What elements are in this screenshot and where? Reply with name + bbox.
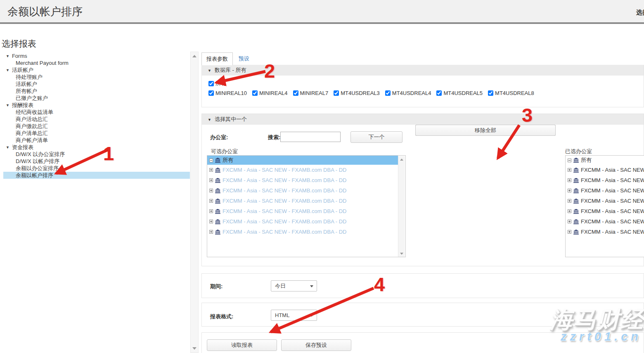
database-checkbox[interactable]: [293, 90, 298, 96]
expand-icon[interactable]: [568, 230, 571, 234]
tree-item-label: 所有帐户: [16, 88, 37, 94]
building-icon: [215, 209, 220, 214]
tab-report-params[interactable]: 报表参数: [201, 52, 233, 65]
office-list-item[interactable]: FXCMM - Asia - SAC NEW - FXAMB.com DBA -…: [207, 165, 398, 175]
office-item-label[interactable]: FXCMM - Asia - SAC NEW - FXAMB.com DBA -…: [223, 167, 346, 173]
tree-item[interactable]: ▼Forms: [3, 52, 190, 59]
office-list-item[interactable]: FXCMM - Asia - SAC NEW - FXAMB.com DBA -…: [566, 196, 644, 206]
all-databases-checkbox[interactable]: [208, 81, 214, 86]
tree-item[interactable]: ▼商户清单总汇: [3, 130, 190, 137]
tree-item[interactable]: ▼余额以帐户排序: [3, 172, 190, 179]
database-checkbox[interactable]: [334, 90, 339, 96]
office-list-item[interactable]: FXCMM - Asia - SAC NEW - FXAMB.com DBA -…: [207, 175, 398, 185]
scroll-down-icon[interactable]: [192, 347, 197, 350]
collapse-icon[interactable]: [568, 159, 571, 162]
expand-icon[interactable]: [568, 209, 571, 213]
expand-icon[interactable]: [209, 168, 213, 172]
expand-icon[interactable]: [209, 178, 213, 182]
collapse-icon[interactable]: [209, 159, 213, 162]
office-root-row[interactable]: 所有: [566, 156, 644, 165]
expand-icon[interactable]: [568, 168, 571, 172]
expand-icon[interactable]: [209, 220, 213, 223]
office-list-item[interactable]: FXCMM - Asia - SAC NEW - FXAMB.com DBA -…: [566, 165, 644, 175]
tree-scrollbar[interactable]: [190, 52, 199, 353]
tree-item[interactable]: ▼商户缴款总汇: [3, 123, 190, 130]
office-item-label: FXCMM - Asia - SAC NEW -: [581, 229, 644, 235]
office-item-label[interactable]: FXCMM - Asia - SAC NEW - FXAMB.com DBA -…: [223, 198, 346, 204]
period-select[interactable]: 今日: [271, 280, 317, 291]
expand-icon[interactable]: [209, 209, 213, 213]
tree-item[interactable]: ▼商户帐户清单: [3, 137, 190, 144]
tab-presets[interactable]: 预设: [239, 55, 249, 62]
expand-icon[interactable]: [568, 199, 571, 203]
expand-icon[interactable]: [209, 230, 213, 234]
database-checkbox[interactable]: [385, 90, 391, 96]
office-list-item[interactable]: FXCMM - Asia - SAC NEW - FXAMB.com DBA -…: [566, 227, 644, 237]
tree-item[interactable]: ▼活跃帐户: [3, 66, 190, 73]
office-root-label: 所有: [223, 156, 233, 164]
tree-item-label: 余额以帐户排序: [16, 172, 53, 178]
tree-item-label: 活跃帐户: [12, 67, 33, 73]
tree-item[interactable]: ▼所有帐户: [3, 88, 190, 95]
database-checkbox[interactable]: [208, 90, 214, 96]
office-list-item[interactable]: FXCMM - Asia - SAC NEW - FXAMB.com DBA -…: [566, 175, 644, 185]
office-list-item[interactable]: FXCMM - Asia - SAC NEW - FXAMB.com DBA -…: [566, 185, 644, 196]
office-item-label[interactable]: FXCMM - Asia - SAC NEW - FXAMB.com DBA -…: [223, 208, 346, 214]
format-select[interactable]: HTML: [271, 310, 317, 321]
office-item-label[interactable]: FXCMM - Asia - SAC NEW - FXAMB.com DBA -…: [223, 187, 346, 194]
tree-item[interactable]: ▼Merchant Payout form: [3, 59, 190, 66]
office-section-header[interactable]: 选择其中一个: [202, 114, 644, 125]
header-top-right-link[interactable]: 选择: [636, 9, 644, 17]
office-list-item[interactable]: FXCMM - Asia - SAC NEW - FXAMB.com DBA -…: [207, 227, 398, 237]
period-label: 期间:: [210, 283, 223, 290]
load-report-button[interactable]: 读取报表: [207, 339, 277, 351]
tree-item[interactable]: ▼余额以办公室排序: [3, 165, 190, 172]
expand-icon[interactable]: [209, 189, 213, 192]
office-root-row[interactable]: 所有: [207, 156, 398, 165]
tree-item[interactable]: ▼报酬报表: [3, 102, 190, 109]
expand-icon[interactable]: [568, 178, 571, 182]
tree-item[interactable]: ▼待处理账户: [3, 73, 190, 81]
next-button[interactable]: 下一个: [350, 131, 402, 143]
expand-icon[interactable]: [568, 220, 571, 223]
office-list-item[interactable]: FXCMM - Asia - SAC NEW - FXAMB.com DBA -…: [566, 216, 644, 227]
search-input[interactable]: [280, 132, 341, 142]
scroll-down-icon[interactable]: [400, 253, 403, 255]
office-list-item[interactable]: FXCMM - Asia - SAC NEW - FXAMB.com DBA -…: [207, 216, 398, 227]
building-icon: [573, 230, 579, 235]
available-offices-title: 可选办公室: [211, 148, 238, 155]
tree-item[interactable]: ▼资金报表: [3, 144, 190, 151]
tree-item[interactable]: ▼活跃帐户: [3, 81, 190, 88]
office-list-item[interactable]: FXCMM - Asia - SAC NEW - FXAMB.com DBA -…: [207, 196, 398, 206]
tree-item[interactable]: ▼D/W/X 以帐户排序: [3, 158, 190, 165]
expand-icon[interactable]: [209, 199, 213, 203]
tree-item[interactable]: ▼商户活动总汇: [3, 116, 190, 123]
tree-item-label: 报酬报表: [12, 102, 33, 108]
database-checkbox[interactable]: [436, 90, 442, 96]
scroll-up-icon[interactable]: [400, 159, 403, 161]
transfer-button[interactable]: 移除全部: [415, 125, 556, 136]
tree-item[interactable]: ▼经纪商收益清单: [3, 109, 190, 116]
office-list-item[interactable]: FXCMM - Asia - SAC NEW - FXAMB.com DBA -…: [207, 206, 398, 216]
tree-item-label: Merchant Payout form: [16, 60, 69, 66]
selected-office-rows: FXCMM - Asia - SAC NEW - FXAMB.com DBA -…: [566, 165, 644, 237]
tree-item[interactable]: ▼已撤户之账户: [3, 95, 190, 102]
office-item-label[interactable]: FXCMM - Asia - SAC NEW - FXAMB.com DBA -…: [223, 177, 346, 183]
office-list-item[interactable]: FXCMM - Asia - SAC NEW - FXAMB.com DBA -…: [566, 206, 644, 216]
available-list-scrollbar[interactable]: [398, 156, 405, 257]
save-preset-button[interactable]: 保存预设: [281, 339, 351, 351]
scroll-up-icon[interactable]: [192, 55, 197, 57]
tree-item[interactable]: ▼D/W/X 以办公室排序: [3, 151, 190, 158]
all-databases-checkbox-label: 所有: [208, 80, 226, 87]
period-value: 今日: [275, 283, 286, 289]
office-list-item[interactable]: FXCMM - Asia - SAC NEW - FXAMB.com DBA -…: [207, 185, 398, 196]
tree-item-label: 余额以办公室排序: [16, 165, 59, 171]
database-checkbox-label: MT4USDREAL4: [385, 90, 431, 96]
database-checkbox[interactable]: [488, 90, 493, 96]
expand-icon[interactable]: [568, 189, 571, 192]
app-root: 余额以帐户排序 选择 选择报表 ▼Forms ▼Merchant Payout …: [0, 0, 644, 353]
office-item-label[interactable]: FXCMM - Asia - SAC NEW - FXAMB.com DBA -…: [223, 229, 346, 235]
database-section-header[interactable]: 数据库 - 所有: [202, 65, 644, 76]
office-item-label[interactable]: FXCMM - Asia - SAC NEW - FXAMB.com DBA -…: [223, 218, 346, 225]
database-checkbox[interactable]: [252, 90, 258, 96]
